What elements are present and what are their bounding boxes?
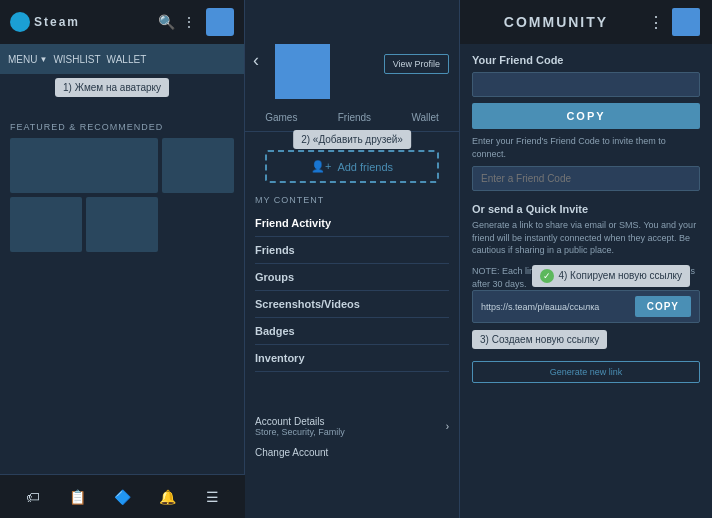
generate-new-link-button[interactable]: Generate new link <box>472 361 700 383</box>
steam-panel: Steam 🔍 ⋮ MENU ▼ WISHLIST WALLET 1) Жмем… <box>0 0 245 518</box>
account-label: Account Details <box>255 416 345 427</box>
invite-description: Enter your Friend's Friend Code to invit… <box>472 135 700 160</box>
profile-avatar <box>275 44 330 99</box>
tooltip-generate-link: 3) Создаем новую ссылку <box>472 330 607 349</box>
featured-section: FEATURED & RECOMMENDED <box>0 114 244 260</box>
account-details[interactable]: Account Details Store, Security, Family … <box>255 411 449 442</box>
view-profile-button[interactable]: View Profile <box>384 54 449 74</box>
content-friend-activity[interactable]: Friend Activity <box>255 210 449 237</box>
community-content: Your Friend Code COPY Enter your Friend'… <box>460 44 712 474</box>
quick-invite-title: Or send a Quick Invite <box>472 203 700 215</box>
friend-code-label: Your Friend Code <box>472 54 700 66</box>
profile-tabs: Games Friends Wallet <box>245 110 459 132</box>
avatar[interactable] <box>206 8 234 36</box>
right-panel: COMMUNITY ⋮ Your Friend Code COPY Enter … <box>460 0 712 518</box>
featured-item-2 <box>162 138 234 193</box>
steam-logo-text: Steam <box>34 15 80 29</box>
content-badges[interactable]: Badges <box>255 318 449 345</box>
enter-friend-code-input[interactable] <box>472 166 700 191</box>
nav-icon-list[interactable]: 📋 <box>68 487 88 507</box>
left-bottom-nav: 🏷 📋 🔷 🔔 ☰ <box>0 474 245 518</box>
change-account[interactable]: Change Account <box>255 442 449 463</box>
content-list: Friend Activity Friends Groups Screensho… <box>255 210 449 372</box>
tooltip-add-friends: 2) «Добавить друзей» <box>293 130 411 149</box>
account-subtitle: Store, Security, Family <box>255 427 345 437</box>
account-section: Account Details Store, Security, Family … <box>255 411 449 463</box>
friend-code-section: Your Friend Code COPY Enter your Friend'… <box>472 54 700 191</box>
nav-icon-diamond[interactable]: 🔷 <box>113 487 133 507</box>
featured-item-3 <box>10 197 82 252</box>
steam-header: Steam 🔍 ⋮ <box>0 0 244 44</box>
add-friends-label: Add friends <box>337 161 393 173</box>
nav-menu[interactable]: MENU ▼ <box>8 54 47 65</box>
steam-logo: Steam <box>10 12 80 32</box>
back-button[interactable]: ‹ <box>253 50 259 71</box>
content-friends[interactable]: Friends <box>255 237 449 264</box>
link-url: https://s.team/p/ваша/ссылка <box>481 302 631 312</box>
steam-nav: MENU ▼ WISHLIST WALLET <box>0 44 244 74</box>
my-content-label: MY CONTENT <box>255 195 324 205</box>
tab-games[interactable]: Games <box>261 110 301 125</box>
search-icon[interactable]: 🔍 <box>158 14 174 30</box>
content-screenshots[interactable]: Screenshots/Videos <box>255 291 449 318</box>
add-friends-icon: 👤+ <box>311 160 331 173</box>
tab-friends[interactable]: Friends <box>334 110 375 125</box>
quick-invite-section: Or send a Quick Invite Generate a link t… <box>472 203 700 383</box>
friend-code-input[interactable] <box>472 72 700 97</box>
link-row: https://s.team/p/ваша/ссылка COPY <box>472 290 700 323</box>
community-title: COMMUNITY <box>504 14 608 30</box>
community-menu-icon[interactable]: ⋮ <box>648 13 664 32</box>
featured-label: FEATURED & RECOMMENDED <box>10 122 234 132</box>
add-friends-button[interactable]: 👤+ Add friends <box>265 150 439 183</box>
tooltip-click-avatar: 1) Жмем на аватарку <box>55 78 169 97</box>
account-chevron: › <box>446 421 449 432</box>
more-icon[interactable]: ⋮ <box>182 14 198 30</box>
nav-icon-bell[interactable]: 🔔 <box>158 487 178 507</box>
content-inventory[interactable]: Inventory <box>255 345 449 372</box>
steam-logo-icon <box>10 12 30 32</box>
nav-icon-tag[interactable]: 🏷 <box>23 487 43 507</box>
nav-wallet[interactable]: WALLET <box>107 54 147 65</box>
nav-icon-menu[interactable]: ☰ <box>203 487 223 507</box>
quick-invite-desc: Generate a link to share via email or SM… <box>472 219 700 257</box>
community-avatar[interactable] <box>672 8 700 36</box>
steam-header-icons: 🔍 ⋮ <box>158 8 234 36</box>
featured-grid <box>10 138 234 252</box>
middle-panel: ‹ View Profile 2) «Добавить друзей» Game… <box>245 0 460 518</box>
tooltip-copy-link: ✓ 4) Копируем новую ссылку <box>532 265 690 287</box>
featured-item-1 <box>10 138 158 193</box>
featured-item-4 <box>86 197 158 252</box>
copy-friend-code-button[interactable]: COPY <box>472 103 700 129</box>
nav-wishlist[interactable]: WISHLIST <box>53 54 100 65</box>
check-icon: ✓ <box>540 269 554 283</box>
copy-link-button[interactable]: COPY <box>635 296 691 317</box>
community-header: COMMUNITY ⋮ <box>460 0 712 44</box>
tab-wallet[interactable]: Wallet <box>407 110 442 125</box>
content-groups[interactable]: Groups <box>255 264 449 291</box>
